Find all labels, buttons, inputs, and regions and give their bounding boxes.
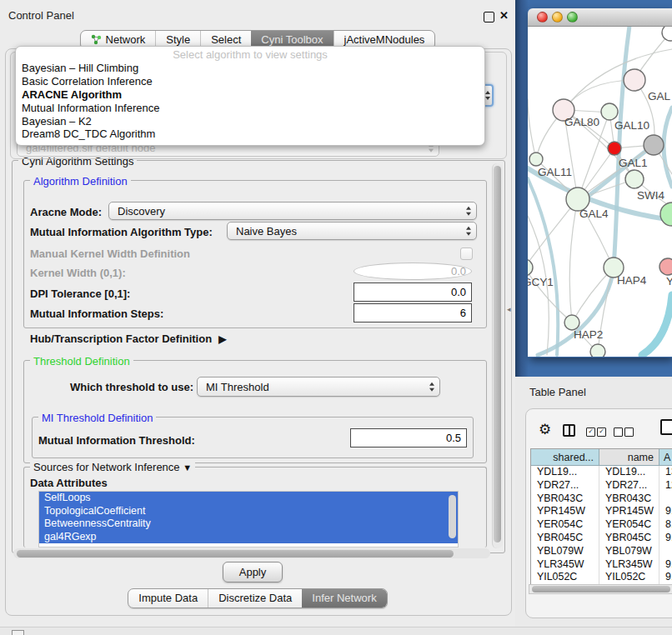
network-svg[interactable]: GALGAL80GAL10GAL1GAL11SWI4GAL4GCY1HAP4YH… xyxy=(528,27,672,357)
table-row[interactable]: YIL052CYIL052C9. xyxy=(531,571,672,584)
network-node[interactable] xyxy=(608,142,621,155)
tab-infer-network[interactable]: Infer Network xyxy=(302,589,386,608)
column-header[interactable]: A xyxy=(659,449,672,466)
hub-transcription-factor-toggle[interactable]: Hub/Transcription Factor Definition▶ xyxy=(30,332,226,345)
network-node[interactable] xyxy=(590,344,605,357)
mi-steps-field[interactable]: 6 xyxy=(354,303,472,322)
network-edge[interactable] xyxy=(642,295,672,355)
document-icon[interactable] xyxy=(660,419,672,435)
manual-kernel-width-checkbox[interactable] xyxy=(460,248,473,260)
algorithm-option[interactable]: Mutual Information Inference xyxy=(16,102,484,115)
table-row[interactable]: YDR27...YDR27...12 xyxy=(531,479,672,492)
table-row[interactable]: YER054CYER054C8. xyxy=(531,518,672,532)
kernel-width-field[interactable]: 0.0 xyxy=(354,262,472,280)
table-cell[interactable]: 9. xyxy=(659,571,672,584)
table-cell[interactable]: YPR145W xyxy=(599,505,659,518)
algorithm-option[interactable]: Dream8 DC_TDC Algorithm xyxy=(16,128,484,141)
table-cell[interactable] xyxy=(659,545,672,558)
network-canvas[interactable]: GALGAL80GAL10GAL1GAL11SWI4GAL4GCY1HAP4YH… xyxy=(528,27,672,357)
attribute-option[interactable]: SelfLoops xyxy=(39,492,458,505)
which-threshold-combo[interactable]: MI Threshold xyxy=(197,377,440,397)
table-cell[interactable]: YDR27... xyxy=(599,479,659,492)
data-attributes-list[interactable]: SelfLoopsTopologicalCoefficientBetweenne… xyxy=(38,491,459,548)
table-row[interactable]: YPR145WYPR145W9. xyxy=(531,505,672,518)
table-cell[interactable]: YBR043C xyxy=(531,492,599,506)
column-header[interactable]: name xyxy=(599,449,659,466)
float-window-icon[interactable] xyxy=(484,12,494,22)
table-cell[interactable]: YPR145W xyxy=(531,505,599,518)
table-horizontal-scrollbar[interactable] xyxy=(529,584,672,594)
table-cell[interactable]: 8. xyxy=(659,518,672,532)
table-row[interactable]: YDL19...YDL19...13 xyxy=(531,466,672,479)
network-node[interactable] xyxy=(529,152,543,166)
table-cell[interactable]: 9. xyxy=(659,532,672,545)
table-cell[interactable]: YBR045C xyxy=(599,532,659,545)
apply-button[interactable]: Apply xyxy=(223,562,283,582)
table-cell[interactable]: YDL19... xyxy=(531,466,599,479)
aracne-mode-combo[interactable]: Discovery xyxy=(108,202,477,220)
network-node[interactable] xyxy=(528,259,533,276)
network-edge[interactable] xyxy=(528,99,536,159)
network-node[interactable] xyxy=(644,135,664,155)
mi-threshold-field[interactable]: 0.5 xyxy=(350,428,467,448)
close-icon[interactable]: ✕ xyxy=(499,9,509,22)
table-cell[interactable]: YER054C xyxy=(531,518,599,532)
table-row[interactable]: YLR345WYLR345W9. xyxy=(531,558,672,572)
table-row[interactable]: YBR045CYBR045C9. xyxy=(531,532,672,545)
table-row[interactable]: YBL079WYBL079W xyxy=(531,545,672,558)
network-node[interactable] xyxy=(625,170,644,188)
deselect-all-checkbox-icon[interactable] xyxy=(614,428,623,437)
deselect-all-checkbox-icon[interactable] xyxy=(624,428,634,437)
table-cell[interactable]: YER054C xyxy=(599,518,659,532)
minimize-traffic-light-icon[interactable] xyxy=(552,12,563,22)
network-node[interactable] xyxy=(660,202,672,226)
algorithm-option[interactable]: ARACNE Algorithm xyxy=(16,88,484,102)
mi-algorithm-type-combo[interactable]: Naive Bayes xyxy=(227,222,477,240)
table-cell[interactable]: YLR345W xyxy=(531,558,599,572)
network-node[interactable] xyxy=(662,27,672,41)
table-cell[interactable]: 9. xyxy=(659,505,672,518)
zoom-traffic-light-icon[interactable] xyxy=(567,12,578,22)
attribute-option[interactable]: TopologicalCoefficient xyxy=(39,505,458,518)
algorithm-option[interactable]: Bayesian – K2 xyxy=(16,115,484,128)
attribute-option[interactable]: gal4RGexp xyxy=(39,531,458,544)
network-node[interactable] xyxy=(624,69,645,91)
network-node[interactable] xyxy=(601,103,618,120)
network-edge[interactable] xyxy=(664,108,672,187)
network-node[interactable] xyxy=(659,258,672,275)
tab-impute-data[interactable]: Impute Data xyxy=(128,589,208,608)
attribute-option[interactable]: BetweennessCentrality xyxy=(39,518,458,531)
table-row[interactable]: YBR043CYBR043C xyxy=(531,492,672,506)
scrollbar-thumb[interactable] xyxy=(494,166,501,542)
algorithm-option[interactable]: Bayesian – Hill Climbing xyxy=(16,62,484,75)
network-view-window[interactable]: GALGAL80GAL10GAL1GAL11SWI4GAL4GCY1HAP4YH… xyxy=(528,8,672,358)
table-cell[interactable]: YBR043C xyxy=(599,492,659,506)
gear-icon[interactable]: ⚙ xyxy=(539,421,551,438)
table-cell[interactable]: YBL079W xyxy=(599,545,659,558)
network-edge[interactable] xyxy=(569,199,578,322)
table-cell[interactable] xyxy=(659,492,672,506)
table-cell[interactable]: 12 xyxy=(659,479,672,492)
table-cell[interactable]: YIL052C xyxy=(599,571,659,584)
close-traffic-light-icon[interactable] xyxy=(537,12,548,22)
select-all-checkbox-icon[interactable]: ✓ xyxy=(597,428,606,437)
select-all-checkbox-icon[interactable]: ✓ xyxy=(586,428,595,437)
network-window-titlebar[interactable] xyxy=(528,8,672,27)
table-cell[interactable]: 13 xyxy=(659,466,672,479)
split-columns-icon[interactable] xyxy=(563,424,575,437)
settings-horizontal-scrollbar[interactable] xyxy=(13,548,490,558)
algorithm-option[interactable]: Basic Correlation Inference xyxy=(16,75,484,88)
table-cell[interactable]: YBR045C xyxy=(531,532,599,545)
list-scrollbar-thumb[interactable] xyxy=(449,495,456,538)
dpi-tolerance-field[interactable]: 0.0 xyxy=(354,282,472,302)
panel-collapse-handle[interactable]: ◂ xyxy=(507,305,511,313)
table-cell[interactable]: YLR345W xyxy=(599,558,659,572)
tab-discretize-data[interactable]: Discretize Data xyxy=(208,589,302,608)
status-bar-item[interactable] xyxy=(12,630,24,635)
sources-toggle[interactable]: Sources for Network Inference ▼ xyxy=(30,461,195,473)
table-cell[interactable]: YBL079W xyxy=(531,545,599,558)
table-cell[interactable]: YDL19... xyxy=(599,466,659,479)
table-cell[interactable]: YIL052C xyxy=(531,571,599,584)
column-header[interactable]: shared... xyxy=(531,449,599,466)
table-cell[interactable]: 9. xyxy=(659,558,672,572)
